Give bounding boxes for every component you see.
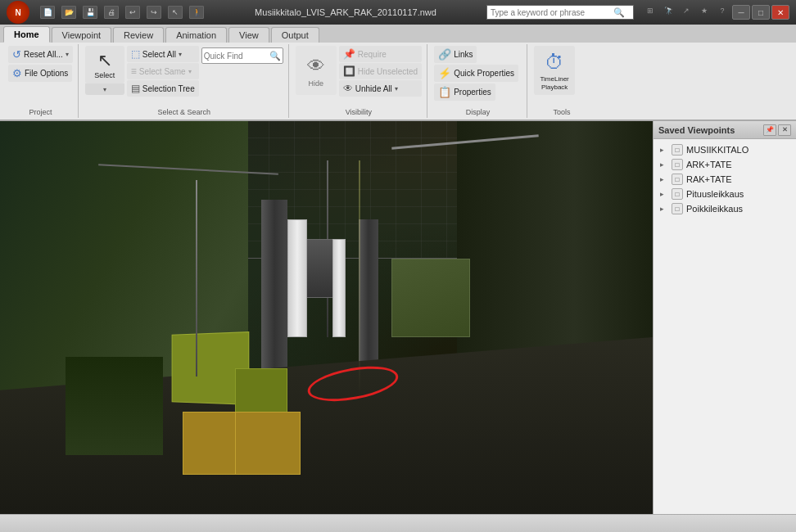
viewpoint-icon-0: □ xyxy=(672,144,683,156)
timeliner-button[interactable]: ⏱ TimeLiner Playback xyxy=(534,46,575,95)
project-group-label: Project xyxy=(3,108,78,116)
walk-button[interactable]: 🚶 xyxy=(189,6,204,19)
panel-header: Saved Viewpoints 📌 ✕ xyxy=(654,121,796,139)
viewpoint-icon-1: □ xyxy=(672,159,683,170)
viewpoint-item-3[interactable]: ▸ □ Pituusleikkaus xyxy=(654,187,796,201)
3d-viewport[interactable] xyxy=(0,121,653,514)
ribbon-group-display: 🔗 Links ⚡ Quick Properties 📋 Properties … xyxy=(429,44,527,118)
search-arrow-btn[interactable]: ↗ xyxy=(678,5,694,16)
select-search-group-label: Select & Search xyxy=(80,108,288,116)
ribbon-group-tools: ⏱ TimeLiner Playback Tools xyxy=(529,44,595,118)
selectall-icon: ⬚ xyxy=(131,48,140,60)
ribbon-tabs: Home Viewpoint Review Animation View Out… xyxy=(0,25,796,43)
viewpoint-item-4[interactable]: ▸ □ Poikkileikkaus xyxy=(654,201,796,216)
maximize-btn[interactable]: □ xyxy=(752,5,770,20)
expand-icon-0: ▸ xyxy=(660,146,668,154)
cursor-icon[interactable]: ↖ xyxy=(168,6,183,19)
bookmarks-btn[interactable]: ★ xyxy=(696,5,712,16)
open-button[interactable]: 📂 xyxy=(61,6,76,19)
expand-icon-2: ▸ xyxy=(660,175,668,183)
panel-pin-btn[interactable]: 📌 xyxy=(763,124,776,136)
prop-icon: 📋 xyxy=(438,86,451,98)
viewpoint-item-2[interactable]: ▸ □ RAK+TATE xyxy=(654,172,796,187)
hide-unselected-button[interactable]: 🔲 Hide Unselected xyxy=(339,63,422,79)
main-area: Saved Viewpoints 📌 ✕ ▸ □ MUSIIKKITALO ▸ … xyxy=(0,121,796,514)
unhideall-icon: 👁 xyxy=(343,83,353,94)
links-icon: 🔗 xyxy=(438,48,451,61)
selsame-chevron-icon: ▾ xyxy=(188,68,192,75)
box-3d-2 xyxy=(391,259,470,337)
print-button[interactable]: 🖨 xyxy=(104,6,119,19)
reset-chevron-icon: ▾ xyxy=(66,51,69,58)
undo-button[interactable]: ↩ xyxy=(125,6,140,19)
redo-button[interactable]: ↪ xyxy=(147,6,161,19)
window-title: Musiikkitalo_LVIS_ARK_RAK_20110117.nwd xyxy=(205,7,486,17)
require-button[interactable]: 📌 Require xyxy=(339,46,422,62)
quick-find-wrap: 🔍 xyxy=(201,47,283,64)
global-search-input[interactable] xyxy=(491,8,613,17)
select-chevron-icon: ▾ xyxy=(103,86,106,93)
scene-background xyxy=(0,121,653,514)
options-icon: ⚙ xyxy=(12,67,22,79)
quick-find-input[interactable] xyxy=(204,52,269,61)
save-button[interactable]: 💾 xyxy=(83,6,97,19)
ribbon-group-select: ↖ Select ▾ ⬚ Select All ▾ ≡ Select Same … xyxy=(80,44,289,118)
hideunsel-icon: 🔲 xyxy=(343,65,355,77)
viewpoint-icon-3: □ xyxy=(672,188,683,200)
titlebar: N 📄 📂 💾 🖨 ↩ ↪ ↖ 🚶 Musiikkitalo_LVIS_ARK_… xyxy=(0,0,796,25)
help-btn[interactable]: ? xyxy=(714,5,730,16)
hide-icon: 👁 xyxy=(303,53,329,79)
strut-1 xyxy=(196,180,197,376)
visibility-options-col: 📌 Require 🔲 Hide Unselected 👁 Unhide All… xyxy=(339,46,422,97)
quick-find-search-btn[interactable]: 🔍 xyxy=(269,49,281,62)
quick-properties-button[interactable]: ⚡ Quick Properties xyxy=(434,65,518,82)
reset-all-button[interactable]: ↺ Reset All... ▾ xyxy=(8,46,73,63)
viewpoint-item-1[interactable]: ▸ □ ARK+TATE xyxy=(654,157,796,172)
selsame-icon: ≡ xyxy=(131,65,137,77)
panel-title: Saved Viewpoints xyxy=(658,125,735,135)
window-controls: 🔍 ⊞ 🔭 ↗ ★ ? ─ □ ✕ xyxy=(486,5,789,20)
tab-output[interactable]: Output xyxy=(271,27,319,43)
viewpoints-tree: ▸ □ MUSIIKKITALO ▸ □ ARK+TATE ▸ □ RAK+TA… xyxy=(654,139,796,216)
panel-header-buttons: 📌 ✕ xyxy=(763,124,791,136)
select-dropdown-btn[interactable]: ▾ xyxy=(85,83,124,95)
tab-animation[interactable]: Animation xyxy=(165,27,227,43)
tab-view[interactable]: View xyxy=(228,27,269,43)
panel-close-btn[interactable]: ✕ xyxy=(778,124,791,136)
expand-icon-3: ▸ xyxy=(660,190,668,198)
file-options-button[interactable]: ⚙ File Options xyxy=(8,65,72,82)
selectall-chevron-icon: ▾ xyxy=(179,51,182,58)
wall-section xyxy=(66,357,164,455)
minimize-btn[interactable]: ─ xyxy=(732,5,750,20)
viewpoint-icon-4: □ xyxy=(672,203,683,214)
selection-tree-button[interactable]: ▤ Selection Tree xyxy=(127,80,199,97)
links-button[interactable]: 🔗 Links xyxy=(434,46,477,63)
tools-group-label: Tools xyxy=(529,108,595,116)
light-beam xyxy=(359,160,360,396)
unhide-all-button[interactable]: 👁 Unhide All ▾ xyxy=(339,80,422,97)
search-options-btn[interactable]: ⊞ xyxy=(642,5,658,16)
properties-button[interactable]: 📋 Properties xyxy=(434,83,495,101)
white-column-1 xyxy=(287,219,307,337)
search-icon: 🔍 xyxy=(613,7,625,18)
tab-review[interactable]: Review xyxy=(113,27,164,43)
select-same-button[interactable]: ≡ Select Same ▾ xyxy=(127,63,199,79)
quickfind-search-icon: 🔍 xyxy=(269,51,281,61)
yellow-box-2 xyxy=(235,412,301,475)
app-logo: N xyxy=(7,1,29,24)
hide-button[interactable]: 👁 Hide xyxy=(296,46,337,95)
display-group-label: Display xyxy=(429,108,527,116)
select-all-button[interactable]: ⬚ Select All ▾ xyxy=(127,46,199,62)
tab-home[interactable]: Home xyxy=(3,26,50,43)
require-icon: 📌 xyxy=(343,48,355,60)
new-button[interactable]: 📄 xyxy=(40,6,55,19)
tab-viewpoint[interactable]: Viewpoint xyxy=(52,27,112,43)
viewpoint-icon-2: □ xyxy=(672,174,683,185)
search-find-btn[interactable]: 🔭 xyxy=(660,5,676,16)
close-btn[interactable]: ✕ xyxy=(771,5,789,20)
select-button[interactable]: ↖ Select xyxy=(85,46,124,83)
select-options-col: ⬚ Select All ▾ ≡ Select Same ▾ ▤ Selecti… xyxy=(127,46,199,97)
ribbon-group-visibility: 👁 Hide 📌 Require 🔲 Hide Unselected 👁 Unh… xyxy=(291,44,427,118)
unhideall-chevron-icon: ▾ xyxy=(395,85,398,92)
viewpoint-item-0[interactable]: ▸ □ MUSIIKKITALO xyxy=(654,142,796,157)
